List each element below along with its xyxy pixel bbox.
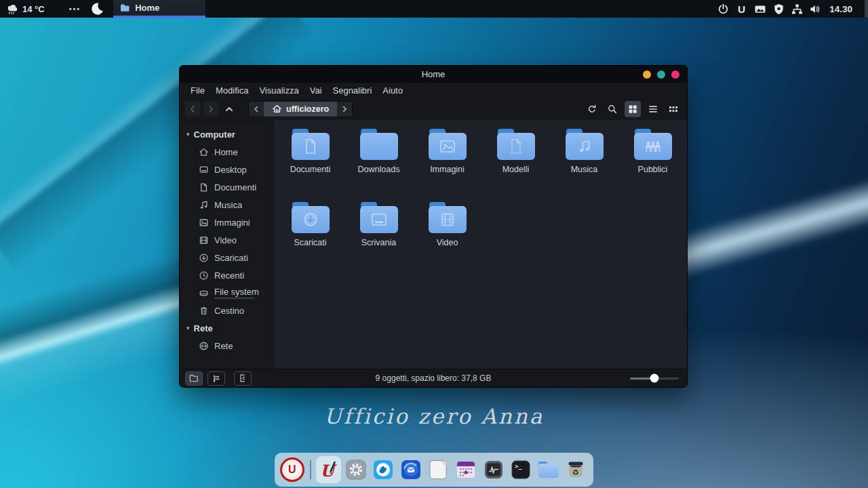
film-glyph-icon bbox=[440, 212, 455, 227]
sidebar-section-rete[interactable]: ▾ Rete bbox=[180, 319, 273, 337]
file-manager-button[interactable] bbox=[536, 456, 561, 483]
folder-icon bbox=[360, 129, 398, 160]
menu-visualizza[interactable]: Visualizza bbox=[254, 85, 304, 96]
menu-modifica[interactable]: Modifica bbox=[210, 85, 254, 96]
sidebar-item-home[interactable]: Home bbox=[180, 143, 273, 161]
titlebar[interactable]: Home bbox=[180, 66, 687, 83]
file-manager-window: Home File Modifica Visualizza Vai Segnal… bbox=[179, 65, 688, 388]
wallpaper-icon[interactable] bbox=[754, 3, 766, 15]
clock[interactable]: 14.30 bbox=[829, 4, 852, 14]
night-mode-icon[interactable] bbox=[90, 2, 104, 16]
back-button[interactable] bbox=[185, 102, 200, 117]
weather-applet[interactable]: 14 °C bbox=[5, 3, 45, 15]
terminal-button[interactable]: >_ bbox=[508, 456, 534, 483]
text-editor-button[interactable] bbox=[426, 456, 452, 483]
file-view[interactable]: Documenti Downloads Immagini bbox=[273, 120, 687, 369]
folder-icon bbox=[566, 129, 604, 160]
sidebar-item-rete[interactable]: Rete bbox=[180, 337, 273, 354]
panel-menu-dots[interactable]: ••• bbox=[69, 5, 81, 13]
film-icon bbox=[199, 235, 209, 245]
folder-icon bbox=[429, 202, 467, 233]
toolbar-right bbox=[584, 101, 682, 117]
folder-immagini[interactable]: Immagini bbox=[413, 129, 481, 202]
breadcrumb-prev-button[interactable] bbox=[249, 102, 264, 117]
calendar-icon bbox=[455, 459, 477, 481]
thunderbird-icon bbox=[400, 459, 422, 481]
network-share-icon[interactable] bbox=[791, 3, 803, 15]
terminal-icon: >_ bbox=[510, 459, 532, 481]
menu-vai[interactable]: Vai bbox=[304, 85, 328, 96]
desktop-icon bbox=[199, 165, 209, 175]
folder-video[interactable]: Video bbox=[413, 202, 481, 275]
reload-button[interactable] bbox=[584, 101, 600, 117]
thunderbird-button[interactable] bbox=[398, 456, 424, 483]
system-monitor-button[interactable] bbox=[481, 456, 507, 483]
welcome-app-button[interactable]: U bbox=[316, 456, 342, 483]
show-desktop-button[interactable] bbox=[865, 0, 868, 18]
zoom-slider-knob[interactable] bbox=[650, 374, 659, 383]
template-glyph-icon bbox=[509, 138, 524, 155]
sidebar-item-musica[interactable]: Musica bbox=[180, 196, 273, 214]
breadcrumb: ufficiozero bbox=[248, 101, 353, 117]
maximize-button[interactable] bbox=[657, 70, 665, 79]
folder-downloads[interactable]: Downloads bbox=[344, 129, 413, 202]
sidebar-item-desktop[interactable]: Desktop bbox=[180, 161, 273, 178]
sidebar-item-immagini[interactable]: Immagini bbox=[180, 214, 273, 231]
menu-file[interactable]: File bbox=[185, 85, 210, 96]
settings-button[interactable] bbox=[343, 456, 369, 483]
breadcrumb-next-button[interactable] bbox=[337, 102, 352, 117]
forward-button[interactable] bbox=[203, 102, 218, 117]
list-view-button[interactable] bbox=[645, 101, 661, 117]
sidebar-item-documenti[interactable]: Documenti bbox=[180, 178, 273, 196]
menu-aiuto[interactable]: Aiuto bbox=[377, 85, 408, 96]
settings-gear-icon bbox=[345, 459, 367, 481]
dock: U U bbox=[275, 453, 593, 487]
folder-icon bbox=[634, 129, 672, 160]
menu-segnalibri[interactable]: Segnalibri bbox=[328, 85, 378, 96]
folder-modelli[interactable]: Modelli bbox=[481, 129, 550, 202]
sidebar-item-recenti[interactable]: Recenti bbox=[180, 266, 273, 284]
sidebar-item-video[interactable]: Video bbox=[180, 231, 273, 249]
minimize-button[interactable] bbox=[643, 70, 651, 79]
uz-updater-icon[interactable]: U bbox=[736, 3, 747, 15]
uz-menu-icon: U bbox=[280, 458, 304, 482]
calendar-button[interactable] bbox=[453, 456, 479, 483]
icon-view-button[interactable] bbox=[625, 101, 641, 117]
rain-cloud-icon bbox=[5, 3, 19, 15]
folder-pubblici[interactable]: Pubblici bbox=[618, 129, 687, 202]
folder-documenti[interactable]: Documenti bbox=[276, 129, 344, 202]
zoom-slider[interactable] bbox=[630, 378, 679, 380]
download-glyph-icon bbox=[302, 211, 319, 228]
task-label: Home bbox=[135, 3, 159, 13]
harddisk-icon bbox=[199, 288, 209, 298]
sidebar-item-scaricati[interactable]: Scaricati bbox=[180, 249, 273, 266]
up-button[interactable] bbox=[222, 102, 237, 117]
close-button[interactable] bbox=[671, 70, 679, 79]
compact-view-button[interactable] bbox=[665, 101, 682, 117]
volume-icon[interactable] bbox=[810, 3, 821, 15]
breadcrumb-location-button[interactable]: ufficiozero bbox=[264, 102, 337, 117]
download-icon bbox=[199, 253, 209, 263]
folder-scrivania[interactable]: Scrivania bbox=[344, 202, 413, 275]
folder-icon bbox=[360, 202, 398, 233]
folder-musica[interactable]: Musica bbox=[550, 129, 618, 202]
app-menu-button[interactable]: U bbox=[279, 456, 305, 483]
status-text: 9 oggetti, spazio libero: 37,8 GB bbox=[180, 373, 687, 383]
sidebar-item-cestino[interactable]: Cestino bbox=[180, 302, 273, 319]
folder-scaricati[interactable]: Scaricati bbox=[276, 202, 344, 275]
welcome-app-icon: U bbox=[318, 460, 338, 480]
sidebar-item-file-system[interactable]: File system bbox=[180, 284, 273, 302]
taskbar-window-home[interactable]: Home bbox=[113, 0, 205, 18]
home-icon bbox=[272, 104, 282, 114]
librewolf-button[interactable] bbox=[371, 456, 397, 483]
top-panel: 14 °C ••• Home U bbox=[0, 0, 868, 18]
svg-text:>_: >_ bbox=[515, 463, 522, 470]
power-icon[interactable] bbox=[717, 3, 729, 15]
trash-button[interactable]: ♻ bbox=[563, 456, 589, 483]
security-shield-icon[interactable] bbox=[773, 3, 785, 15]
weather-temp: 14 °C bbox=[22, 4, 45, 14]
search-button[interactable] bbox=[604, 101, 620, 117]
folder-icon bbox=[292, 129, 330, 160]
sidebar-section-computer[interactable]: ▾ Computer bbox=[180, 125, 273, 143]
toolbar: ufficiozero bbox=[180, 98, 687, 120]
